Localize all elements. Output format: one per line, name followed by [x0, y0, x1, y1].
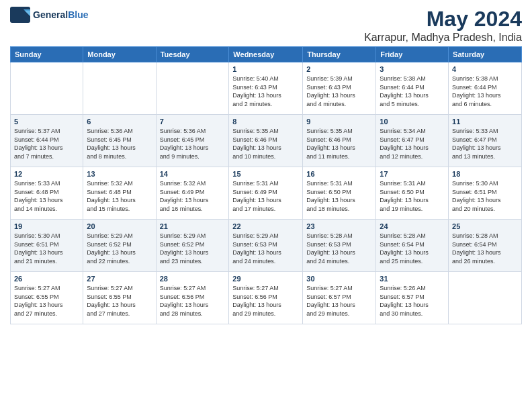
calendar-cell: 18Sunrise: 5:30 AM Sunset: 6:51 PM Dayli…: [449, 167, 522, 220]
page-container: GeneralBlue May 2024 Karrapur, Madhya Pr…: [0, 0, 532, 331]
week-row-5: 26Sunrise: 5:27 AM Sunset: 6:55 PM Dayli…: [11, 272, 522, 324]
calendar-cell: 14Sunrise: 5:32 AM Sunset: 6:49 PM Dayli…: [156, 167, 229, 220]
cell-info: Sunrise: 5:27 AM Sunset: 6:55 PM Dayligh…: [14, 284, 79, 318]
day-number: 31: [380, 275, 445, 283]
cell-info: Sunrise: 5:32 AM Sunset: 6:48 PM Dayligh…: [87, 179, 152, 213]
title-block: May 2024 Karrapur, Madhya Pradesh, India: [364, 7, 522, 44]
cell-info: Sunrise: 5:30 AM Sunset: 6:51 PM Dayligh…: [452, 179, 518, 213]
day-number: 5: [14, 118, 79, 126]
day-number: 23: [306, 222, 372, 230]
cell-info: Sunrise: 5:29 AM Sunset: 6:52 PM Dayligh…: [87, 232, 152, 265]
cell-info: Sunrise: 5:31 AM Sunset: 6:50 PM Dayligh…: [306, 179, 372, 213]
col-sunday: Sunday: [11, 47, 83, 62]
calendar-cell: 19Sunrise: 5:30 AM Sunset: 6:51 PM Dayli…: [11, 220, 83, 272]
day-number: 10: [380, 118, 445, 126]
calendar-cell: 17Sunrise: 5:31 AM Sunset: 6:50 PM Dayli…: [376, 167, 449, 220]
main-title: May 2024: [364, 7, 522, 32]
cell-info: Sunrise: 5:31 AM Sunset: 6:49 PM Dayligh…: [232, 179, 299, 213]
calendar-table: Sunday Monday Tuesday Wednesday Thursday…: [10, 46, 522, 324]
calendar-cell: 27Sunrise: 5:27 AM Sunset: 6:55 PM Dayli…: [83, 272, 156, 324]
week-row-1: 1Sunrise: 5:40 AM Sunset: 6:43 PM Daylig…: [11, 62, 522, 115]
calendar-cell: 13Sunrise: 5:32 AM Sunset: 6:48 PM Dayli…: [83, 167, 156, 220]
cell-info: Sunrise: 5:33 AM Sunset: 6:48 PM Dayligh…: [14, 179, 79, 213]
cell-info: Sunrise: 5:27 AM Sunset: 6:56 PM Dayligh…: [232, 284, 299, 318]
week-row-3: 12Sunrise: 5:33 AM Sunset: 6:48 PM Dayli…: [11, 167, 522, 220]
day-number: 22: [232, 222, 299, 230]
day-number: 7: [160, 118, 226, 126]
cell-info: Sunrise: 5:39 AM Sunset: 6:43 PM Dayligh…: [306, 75, 372, 108]
calendar-cell: 11Sunrise: 5:33 AM Sunset: 6:47 PM Dayli…: [449, 115, 522, 167]
cell-info: Sunrise: 5:36 AM Sunset: 6:45 PM Dayligh…: [160, 127, 226, 161]
calendar-cell: 8Sunrise: 5:35 AM Sunset: 6:46 PM Daylig…: [229, 115, 303, 167]
day-number: 12: [14, 170, 79, 178]
calendar-cell: 2Sunrise: 5:39 AM Sunset: 6:43 PM Daylig…: [303, 62, 376, 115]
calendar-cell: 22Sunrise: 5:29 AM Sunset: 6:53 PM Dayli…: [229, 220, 303, 272]
day-number: 19: [14, 222, 79, 230]
calendar-cell: 6Sunrise: 5:36 AM Sunset: 6:45 PM Daylig…: [83, 115, 156, 167]
calendar-cell: 31Sunrise: 5:26 AM Sunset: 6:57 PM Dayli…: [376, 272, 449, 324]
calendar-cell: 15Sunrise: 5:31 AM Sunset: 6:49 PM Dayli…: [229, 167, 303, 220]
cell-info: Sunrise: 5:35 AM Sunset: 6:46 PM Dayligh…: [306, 127, 372, 161]
cell-info: Sunrise: 5:26 AM Sunset: 6:57 PM Dayligh…: [380, 284, 445, 318]
cell-info: Sunrise: 5:27 AM Sunset: 6:56 PM Dayligh…: [160, 284, 226, 318]
calendar-cell: [449, 272, 522, 324]
calendar-cell: 29Sunrise: 5:27 AM Sunset: 6:56 PM Dayli…: [229, 272, 303, 324]
cell-info: Sunrise: 5:32 AM Sunset: 6:49 PM Dayligh…: [160, 179, 226, 213]
calendar-body: 1Sunrise: 5:40 AM Sunset: 6:43 PM Daylig…: [11, 62, 522, 324]
cell-info: Sunrise: 5:35 AM Sunset: 6:46 PM Dayligh…: [232, 127, 299, 161]
col-saturday: Saturday: [449, 47, 522, 62]
cell-info: Sunrise: 5:38 AM Sunset: 6:44 PM Dayligh…: [380, 75, 445, 108]
calendar-cell: 28Sunrise: 5:27 AM Sunset: 6:56 PM Dayli…: [156, 272, 229, 324]
day-number: 9: [306, 118, 372, 126]
subtitle: Karrapur, Madhya Pradesh, India: [364, 32, 522, 44]
calendar-cell: [11, 62, 83, 115]
day-number: 2: [306, 65, 372, 73]
col-wednesday: Wednesday: [229, 47, 303, 62]
day-number: 30: [306, 275, 372, 283]
logo-icon: [10, 7, 30, 23]
day-number: 24: [380, 222, 445, 230]
week-row-2: 5Sunrise: 5:37 AM Sunset: 6:44 PM Daylig…: [11, 115, 522, 167]
cell-info: Sunrise: 5:30 AM Sunset: 6:51 PM Dayligh…: [14, 232, 79, 265]
cell-info: Sunrise: 5:31 AM Sunset: 6:50 PM Dayligh…: [380, 179, 445, 213]
day-number: 14: [160, 170, 226, 178]
cell-info: Sunrise: 5:40 AM Sunset: 6:43 PM Dayligh…: [232, 75, 299, 108]
calendar-cell: 12Sunrise: 5:33 AM Sunset: 6:48 PM Dayli…: [11, 167, 83, 220]
calendar-cell: 21Sunrise: 5:29 AM Sunset: 6:52 PM Dayli…: [156, 220, 229, 272]
cell-info: Sunrise: 5:29 AM Sunset: 6:53 PM Dayligh…: [232, 232, 299, 265]
calendar-cell: 1Sunrise: 5:40 AM Sunset: 6:43 PM Daylig…: [229, 62, 303, 115]
calendar-cell: 30Sunrise: 5:27 AM Sunset: 6:57 PM Dayli…: [303, 272, 376, 324]
day-number: 6: [87, 118, 152, 126]
calendar-cell: 24Sunrise: 5:28 AM Sunset: 6:54 PM Dayli…: [376, 220, 449, 272]
cell-info: Sunrise: 5:37 AM Sunset: 6:44 PM Dayligh…: [14, 127, 79, 161]
day-number: 11: [452, 118, 518, 126]
svg-rect-0: [10, 7, 30, 23]
day-number: 15: [232, 170, 299, 178]
header: GeneralBlue May 2024 Karrapur, Madhya Pr…: [10, 7, 522, 44]
day-number: 8: [232, 118, 299, 126]
cell-info: Sunrise: 5:34 AM Sunset: 6:47 PM Dayligh…: [380, 127, 445, 161]
calendar-cell: 20Sunrise: 5:29 AM Sunset: 6:52 PM Dayli…: [83, 220, 156, 272]
logo: GeneralBlue: [10, 7, 88, 23]
cell-info: Sunrise: 5:28 AM Sunset: 6:54 PM Dayligh…: [452, 232, 518, 265]
day-number: 20: [87, 222, 152, 230]
day-number: 17: [380, 170, 445, 178]
cell-info: Sunrise: 5:36 AM Sunset: 6:45 PM Dayligh…: [87, 127, 152, 161]
col-thursday: Thursday: [303, 47, 376, 62]
calendar-cell: 16Sunrise: 5:31 AM Sunset: 6:50 PM Dayli…: [303, 167, 376, 220]
day-number: 29: [232, 275, 299, 283]
day-number: 3: [380, 65, 445, 73]
day-number: 16: [306, 170, 372, 178]
cell-info: Sunrise: 5:27 AM Sunset: 6:57 PM Dayligh…: [306, 284, 372, 318]
calendar-cell: [156, 62, 229, 115]
day-number: 28: [160, 275, 226, 283]
calendar-cell: 23Sunrise: 5:28 AM Sunset: 6:53 PM Dayli…: [303, 220, 376, 272]
day-number: 27: [87, 275, 152, 283]
cell-info: Sunrise: 5:28 AM Sunset: 6:53 PM Dayligh…: [306, 232, 372, 265]
header-row: Sunday Monday Tuesday Wednesday Thursday…: [11, 47, 522, 62]
calendar-cell: 25Sunrise: 5:28 AM Sunset: 6:54 PM Dayli…: [449, 220, 522, 272]
day-number: 1: [232, 65, 299, 73]
day-number: 25: [452, 222, 518, 230]
calendar-cell: 4Sunrise: 5:38 AM Sunset: 6:44 PM Daylig…: [449, 62, 522, 115]
calendar-cell: 3Sunrise: 5:38 AM Sunset: 6:44 PM Daylig…: [376, 62, 449, 115]
